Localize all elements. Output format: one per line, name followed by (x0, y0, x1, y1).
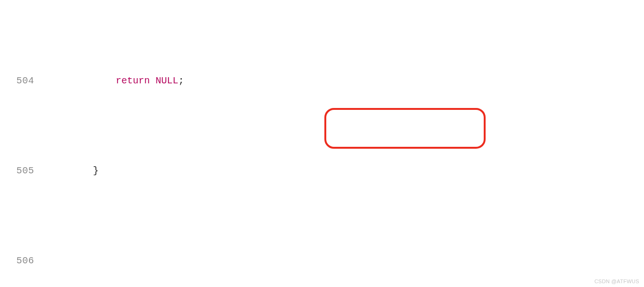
keyword-return: return (116, 75, 150, 86)
code-line: 506 (0, 252, 644, 270)
line-number: 506 (0, 252, 47, 270)
line-number: 505 (0, 162, 47, 180)
code-block: 504 return NULL; 505 } 506 507 if (k == … (0, 0, 644, 287)
line-number: 504 (0, 72, 47, 90)
code-line: 504 return NULL; (0, 72, 644, 90)
highlight-annotation (324, 108, 486, 149)
watermark: CSDN @ATFWUS (594, 278, 639, 284)
semicolon: ; (178, 75, 184, 86)
code-line: 505 } (0, 162, 644, 180)
null-literal: NULL (156, 75, 178, 86)
brace-close: } (93, 165, 99, 176)
code-content: return NULL; (47, 72, 644, 90)
code-content: } (47, 162, 644, 180)
